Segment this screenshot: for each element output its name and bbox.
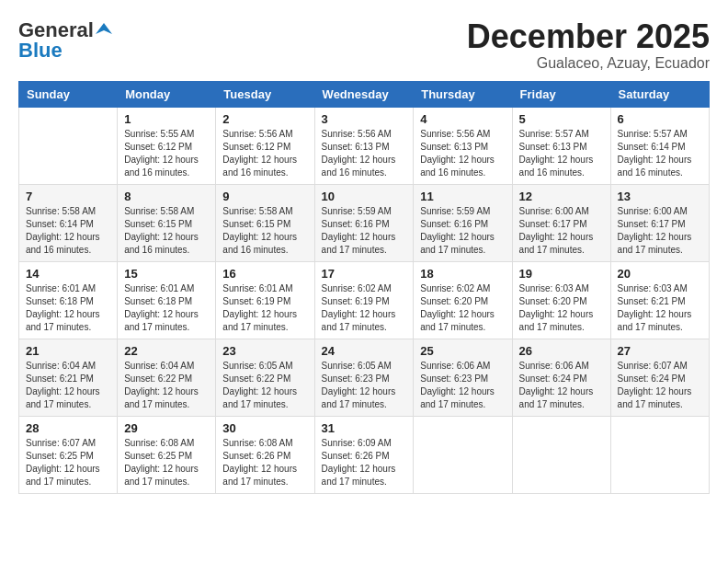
day-number: 25 [420, 344, 505, 358]
table-row: 9 Sunrise: 5:58 AM Sunset: 6:15 PM Dayli… [216, 184, 314, 261]
logo-blue-text: Blue [18, 39, 63, 63]
day-info: Sunrise: 6:07 AM Sunset: 6:24 PM Dayligh… [618, 360, 702, 411]
day-number: 1 [124, 112, 209, 126]
sunrise: Sunrise: 6:00 AM [618, 206, 688, 216]
day-info: Sunrise: 6:03 AM Sunset: 6:21 PM Dayligh… [618, 282, 702, 334]
day-number: 2 [222, 112, 307, 126]
calendar-week-4: 21 Sunrise: 6:04 AM Sunset: 6:21 PM Dayl… [19, 339, 710, 416]
sunset: Sunset: 6:16 PM [322, 219, 390, 229]
table-row: 16 Sunrise: 6:01 AM Sunset: 6:19 PM Dayl… [216, 261, 314, 339]
sunset: Sunset: 6:26 PM [322, 451, 390, 461]
daylight: Daylight: 12 hours and 17 minutes. [26, 386, 100, 409]
daylight: Daylight: 12 hours and 17 minutes. [322, 464, 396, 487]
col-friday: Friday [512, 81, 610, 107]
daylight: Daylight: 12 hours and 17 minutes. [322, 309, 396, 332]
calendar-table: Sunday Monday Tuesday Wednesday Thursday… [18, 81, 710, 494]
day-number: 12 [519, 190, 604, 203]
sunrise: Sunrise: 6:03 AM [519, 283, 589, 293]
table-row: 5 Sunrise: 5:57 AM Sunset: 6:13 PM Dayli… [512, 107, 610, 184]
table-row: 15 Sunrise: 6:01 AM Sunset: 6:18 PM Dayl… [118, 261, 216, 339]
table-row: 29 Sunrise: 6:08 AM Sunset: 6:25 PM Dayl… [118, 416, 216, 493]
sunrise: Sunrise: 5:57 AM [519, 129, 589, 139]
sunrise: Sunrise: 5:58 AM [26, 206, 96, 216]
sunrise: Sunrise: 5:56 AM [322, 129, 392, 139]
sunset: Sunset: 6:25 PM [26, 451, 94, 461]
table-row: 20 Sunrise: 6:03 AM Sunset: 6:21 PM Dayl… [610, 261, 709, 339]
day-info: Sunrise: 6:00 AM Sunset: 6:17 PM Dayligh… [618, 205, 702, 257]
day-number: 19 [519, 267, 604, 281]
table-row: 23 Sunrise: 6:05 AM Sunset: 6:22 PM Dayl… [216, 339, 314, 416]
day-info: Sunrise: 6:02 AM Sunset: 6:20 PM Dayligh… [420, 282, 505, 334]
table-row [512, 416, 610, 493]
day-info: Sunrise: 6:04 AM Sunset: 6:22 PM Dayligh… [124, 360, 209, 411]
daylight: Daylight: 12 hours and 17 minutes. [519, 386, 594, 409]
sunrise: Sunrise: 6:01 AM [26, 283, 96, 293]
daylight: Daylight: 12 hours and 16 minutes. [26, 232, 100, 255]
table-row: 13 Sunrise: 6:00 AM Sunset: 6:17 PM Dayl… [610, 184, 709, 261]
daylight: Daylight: 12 hours and 16 minutes. [420, 155, 495, 178]
day-number: 5 [519, 112, 604, 126]
daylight: Daylight: 12 hours and 17 minutes. [222, 309, 297, 332]
sunrise: Sunrise: 5:56 AM [420, 129, 490, 139]
day-info: Sunrise: 5:58 AM Sunset: 6:14 PM Dayligh… [26, 205, 110, 257]
sunrise: Sunrise: 6:02 AM [420, 283, 490, 293]
day-info: Sunrise: 6:01 AM Sunset: 6:18 PM Dayligh… [124, 282, 209, 334]
sunset: Sunset: 6:20 PM [519, 296, 587, 306]
daylight: Daylight: 12 hours and 16 minutes. [519, 155, 594, 178]
table-row: 31 Sunrise: 6:09 AM Sunset: 6:26 PM Dayl… [314, 416, 414, 493]
sunset: Sunset: 6:23 PM [322, 373, 390, 384]
day-number: 14 [26, 267, 110, 281]
day-number: 23 [222, 344, 307, 358]
day-number: 26 [519, 344, 604, 358]
sunrise: Sunrise: 6:01 AM [124, 283, 194, 293]
table-row: 28 Sunrise: 6:07 AM Sunset: 6:25 PM Dayl… [19, 416, 118, 493]
sunrise: Sunrise: 5:55 AM [124, 129, 194, 139]
sunrise: Sunrise: 6:09 AM [322, 438, 392, 448]
sunset: Sunset: 6:21 PM [26, 373, 94, 384]
title-block: December 2025 Gualaceo, Azuay, Ecuador [467, 18, 710, 72]
day-info: Sunrise: 6:08 AM Sunset: 6:26 PM Dayligh… [222, 437, 307, 488]
daylight: Daylight: 12 hours and 17 minutes. [26, 309, 100, 332]
sunset: Sunset: 6:13 PM [420, 142, 488, 152]
sunset: Sunset: 6:12 PM [124, 142, 192, 152]
day-number: 22 [124, 344, 209, 358]
table-row: 7 Sunrise: 5:58 AM Sunset: 6:14 PM Dayli… [19, 184, 118, 261]
sunrise: Sunrise: 6:07 AM [618, 361, 688, 371]
col-wednesday: Wednesday [314, 81, 414, 107]
daylight: Daylight: 12 hours and 16 minutes. [124, 155, 199, 178]
sunset: Sunset: 6:22 PM [222, 373, 290, 384]
table-row: 8 Sunrise: 5:58 AM Sunset: 6:15 PM Dayli… [118, 184, 216, 261]
daylight: Daylight: 12 hours and 17 minutes. [420, 232, 495, 255]
table-row: 24 Sunrise: 6:05 AM Sunset: 6:23 PM Dayl… [314, 339, 414, 416]
sunrise: Sunrise: 6:08 AM [222, 438, 292, 448]
sunrise: Sunrise: 5:56 AM [222, 129, 292, 139]
sunset: Sunset: 6:26 PM [222, 451, 290, 461]
page-header: General Blue December 2025 Gualaceo, Azu… [18, 18, 710, 72]
sunset: Sunset: 6:19 PM [222, 296, 290, 306]
day-info: Sunrise: 6:01 AM Sunset: 6:19 PM Dayligh… [222, 282, 307, 334]
day-info: Sunrise: 6:07 AM Sunset: 6:25 PM Dayligh… [26, 437, 110, 488]
daylight: Daylight: 12 hours and 17 minutes. [420, 309, 495, 332]
day-info: Sunrise: 5:57 AM Sunset: 6:13 PM Dayligh… [519, 128, 604, 179]
daylight: Daylight: 12 hours and 17 minutes. [618, 386, 692, 409]
sunset: Sunset: 6:22 PM [124, 373, 192, 384]
day-info: Sunrise: 6:09 AM Sunset: 6:26 PM Dayligh… [322, 437, 407, 488]
day-info: Sunrise: 5:58 AM Sunset: 6:15 PM Dayligh… [222, 205, 307, 257]
daylight: Daylight: 12 hours and 16 minutes. [322, 155, 396, 178]
sunset: Sunset: 6:16 PM [420, 219, 488, 229]
sunrise: Sunrise: 6:03 AM [618, 283, 688, 293]
table-row [414, 416, 512, 493]
sunset: Sunset: 6:15 PM [222, 219, 290, 229]
sunrise: Sunrise: 6:06 AM [519, 361, 589, 371]
day-number: 30 [222, 421, 307, 435]
day-number: 16 [222, 267, 307, 281]
sunrise: Sunrise: 6:04 AM [26, 361, 96, 371]
sunrise: Sunrise: 5:59 AM [420, 206, 490, 216]
day-info: Sunrise: 6:08 AM Sunset: 6:25 PM Dayligh… [124, 437, 209, 488]
day-number: 15 [124, 267, 209, 281]
table-row: 19 Sunrise: 6:03 AM Sunset: 6:20 PM Dayl… [512, 261, 610, 339]
table-row: 30 Sunrise: 6:08 AM Sunset: 6:26 PM Dayl… [216, 416, 314, 493]
table-row: 11 Sunrise: 5:59 AM Sunset: 6:16 PM Dayl… [414, 184, 512, 261]
day-number: 3 [322, 112, 407, 126]
sunset: Sunset: 6:14 PM [618, 142, 686, 152]
